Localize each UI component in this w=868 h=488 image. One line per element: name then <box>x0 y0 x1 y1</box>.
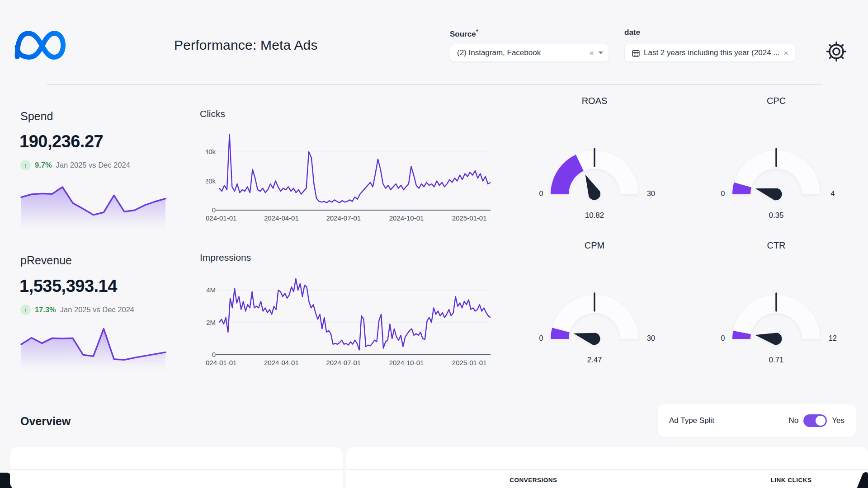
gauge-max-label: 4 <box>823 190 843 198</box>
calendar-icon <box>632 49 640 57</box>
date-dropdown-value: Last 2 years including this year (2024 .… <box>644 48 779 57</box>
prevenue-sparkline <box>20 321 166 371</box>
kpi-spend-delta: ↑ 9.7% Jan 2025 vs Dec 2024 <box>20 160 130 170</box>
gauge-title: ROAS <box>527 96 662 106</box>
dashboard-page: Performance: Meta Ads Source* (2) Instag… <box>0 0 868 488</box>
spend-sparkline <box>20 180 166 230</box>
svg-text:0: 0 <box>212 351 216 358</box>
gauge-title: CPC <box>708 96 844 106</box>
overview-title: Overview <box>20 415 71 428</box>
toggle-knob <box>816 416 826 426</box>
gauge-max-label: 12 <box>823 334 843 343</box>
delta-percent: 17.3% <box>35 305 56 314</box>
svg-text:20k: 20k <box>206 177 216 185</box>
clicks-chart: 020k40k2024-01-012024-04-012024-07-01202… <box>206 121 497 225</box>
kpi-prevenue-value: 1,535,393.14 <box>19 277 117 296</box>
gauge-roas: ROAS 0 30 10.82 <box>527 96 662 229</box>
header-divider <box>47 84 821 85</box>
svg-text:2025-01-01: 2025-01-01 <box>452 359 487 366</box>
date-filter-label: date <box>624 28 640 37</box>
required-asterisk: * <box>476 28 478 35</box>
svg-text:2024-04-01: 2024-04-01 <box>264 214 299 222</box>
gauge-max-label: 30 <box>641 190 661 198</box>
svg-text:0: 0 <box>212 206 216 214</box>
svg-text:2024-01-01: 2024-01-01 <box>206 359 236 366</box>
panel-divider <box>346 469 868 470</box>
page-title: Performance: Meta Ads <box>174 38 318 53</box>
table-header-link-clicks: LINK CLICKS <box>746 477 836 483</box>
arrow-up-icon: ↑ <box>20 305 31 315</box>
svg-text:2024-07-01: 2024-07-01 <box>326 214 361 222</box>
date-clear-icon[interactable]: × <box>783 49 789 57</box>
gauge-cpm: CPM 0 30 2.47 <box>527 240 662 374</box>
source-filter-label: Source* <box>450 28 478 39</box>
kpi-spend-label: Spend <box>20 110 53 123</box>
gear-icon[interactable] <box>826 41 847 62</box>
gauge-title: CTR <box>708 240 844 251</box>
meta-logo <box>13 26 69 61</box>
arrow-up-icon: ↑ <box>20 160 31 170</box>
gauge-min-label: 0 <box>713 190 733 198</box>
kpi-prevenue-label: pRevenue <box>20 254 72 267</box>
gauge-max-label: 30 <box>641 334 661 343</box>
date-dropdown[interactable]: Last 2 years including this year (2024 .… <box>624 44 795 62</box>
svg-text:2024-10-01: 2024-10-01 <box>389 359 424 366</box>
clicks-chart-title: Clicks <box>200 108 225 119</box>
overview-left-panel <box>10 447 343 488</box>
gauge-min-label: 0 <box>713 334 733 343</box>
svg-text:2M: 2M <box>206 319 216 326</box>
delta-percent: 9.7% <box>35 161 52 169</box>
kpi-spend-value: 190,236.27 <box>19 132 103 151</box>
impressions-chart: 02M4M2024-01-012024-04-012024-07-012024-… <box>206 263 497 375</box>
gauge-value: 10.82 <box>527 211 662 220</box>
gauge-title: CPM <box>527 240 662 251</box>
gauge-min-label: 0 <box>531 190 551 198</box>
gauge-cpc: CPC 0 4 0.35 <box>708 96 844 229</box>
svg-text:2024-10-01: 2024-10-01 <box>389 214 424 222</box>
gauge-min-label: 0 <box>531 334 551 343</box>
ad-type-split-label: Ad Type Split <box>669 416 789 425</box>
toggle-off-label: No <box>789 416 799 425</box>
svg-text:40k: 40k <box>206 148 216 155</box>
delta-comparison: Jan 2025 vs Dec 2024 <box>56 161 130 169</box>
table-header-conversions: CONVERSIONS <box>488 477 579 483</box>
ad-type-split-card: Ad Type Split No Yes <box>658 404 856 437</box>
gauge-value: 2.47 <box>527 356 662 365</box>
source-dropdown[interactable]: (2) Instagram, Facebook × <box>450 44 609 62</box>
svg-text:2024-01-01: 2024-01-01 <box>206 214 236 222</box>
kpi-prevenue-delta: ↑ 17.3% Jan 2025 vs Dec 2024 <box>20 305 134 315</box>
svg-text:2024-07-01: 2024-07-01 <box>326 359 361 366</box>
source-clear-icon[interactable]: × <box>588 49 595 57</box>
gauge-ctr: CTR 0 12 0.71 <box>708 240 844 374</box>
svg-text:2025-01-01: 2025-01-01 <box>452 214 487 222</box>
toggle-on-label: Yes <box>832 416 844 425</box>
ad-type-split-toggle[interactable] <box>803 414 827 427</box>
gauge-value: 0.35 <box>708 211 844 220</box>
chevron-down-icon[interactable] <box>599 52 603 54</box>
panel-divider <box>10 469 343 470</box>
gauge-value: 0.71 <box>708 356 844 365</box>
impressions-chart-title: Impressions <box>200 252 251 263</box>
svg-text:2024-04-01: 2024-04-01 <box>264 359 299 366</box>
source-dropdown-value: (2) Instagram, Facebook <box>457 48 585 57</box>
svg-text:4M: 4M <box>206 286 216 294</box>
delta-comparison: Jan 2025 vs Dec 2024 <box>60 305 134 314</box>
